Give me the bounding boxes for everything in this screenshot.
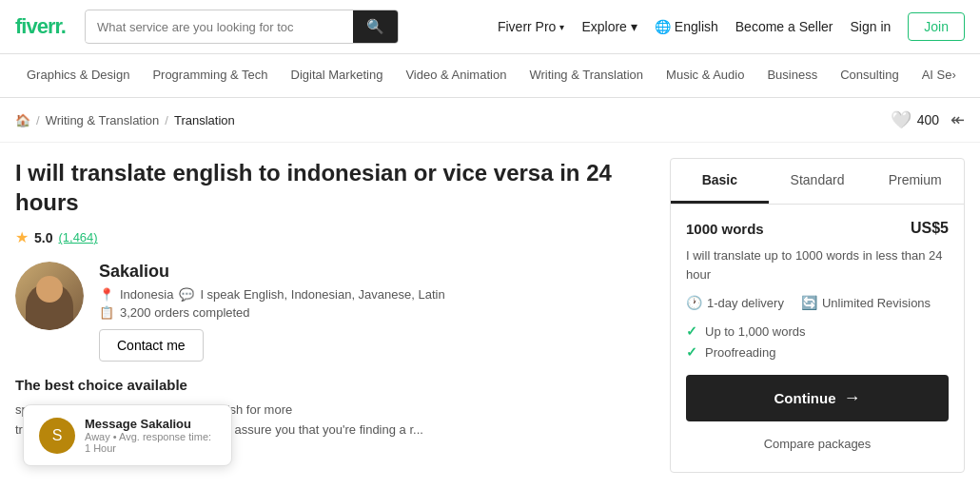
revisions-label: Unlimited Revisions [822, 296, 931, 310]
words-label: 1000 words [686, 221, 764, 237]
category-music-audio[interactable]: Music & Audio [655, 54, 755, 97]
breadcrumb-separator-2: / [165, 113, 168, 127]
best-choice-label: The best choice available [15, 377, 647, 393]
features-list: ✓ Up to 1,000 words ✓ Proofreading [686, 323, 949, 360]
revisions-item: 🔄 Unlimited Revisions [801, 295, 931, 310]
location-icon: 📍 [99, 287, 114, 302]
header: fiverr. 🔍 Fiverr Pro ▾ Explore ▾ 🌐 Engli… [0, 0, 980, 54]
chevron-down-icon: ▾ [559, 22, 564, 32]
price-description: I will translate up to 1000 words in les… [686, 246, 949, 284]
check-icon: ✓ [686, 323, 697, 339]
breadcrumb-actions: 🤍 400 ↞ [891, 109, 965, 130]
language-selector[interactable]: 🌐 English [655, 19, 718, 34]
breadcrumb: 🏠 / Writing & Translation / Translation … [0, 98, 980, 143]
search-input[interactable] [86, 12, 353, 42]
refresh-icon: 🔄 [801, 295, 817, 310]
home-icon: 🏠 [15, 113, 30, 127]
popup-name[interactable]: Message Sakaliou [85, 417, 216, 431]
tab-basic[interactable]: Basic [671, 159, 769, 204]
search-icon: 🔍 [366, 18, 384, 34]
gig-title: I will translate english to indonesian o… [15, 158, 647, 217]
share-icon: ↞ [951, 110, 965, 129]
tab-premium[interactable]: Premium [866, 159, 964, 204]
category-ai[interactable]: AI Se› [911, 54, 968, 97]
clock-icon: 🕐 [686, 295, 702, 310]
chevron-down-icon: ▾ [631, 19, 637, 34]
seller-languages: I speak English, Indonesian, Javanese, L… [200, 287, 444, 302]
continue-label: Continue [774, 390, 836, 406]
share-button[interactable]: ↞ [951, 109, 965, 130]
category-nav: Graphics & Design Programming & Tech Dig… [0, 54, 980, 98]
rating-count[interactable]: (1,464) [58, 230, 97, 244]
price-row: 1000 words US$5 [686, 220, 949, 237]
tab-standard[interactable]: Standard [769, 159, 867, 204]
fiverr-logo: fiverr. [15, 14, 66, 39]
sign-in-link[interactable]: Sign in [851, 19, 892, 34]
explore-button[interactable]: Explore ▾ [581, 19, 637, 34]
check-icon-2: ✓ [686, 344, 697, 360]
breadcrumb-current: Translation [174, 113, 235, 127]
breadcrumb-home[interactable]: 🏠 [15, 113, 30, 127]
category-digital-marketing[interactable]: Digital Marketing [280, 54, 395, 97]
seller-location-row: 📍 Indonesia 💬 I speak English, Indonesia… [99, 287, 647, 302]
rating-score: 5.0 [34, 230, 52, 245]
message-popup: S Message Sakaliou Away • Avg. response … [23, 404, 232, 466]
breadcrumb-separator: / [36, 113, 40, 127]
pricing-tabs: Basic Standard Premium [671, 159, 964, 205]
popup-status: Away • Avg. response time: 1 Hour [85, 431, 216, 454]
heart-icon: 🤍 [891, 109, 911, 130]
feature-proofreading: ✓ Proofreading [686, 344, 949, 360]
feature-words-label: Up to 1,000 words [705, 324, 806, 339]
contact-button[interactable]: Contact me [99, 329, 204, 362]
category-writing-translation[interactable]: Writing & Translation [518, 54, 655, 97]
like-count: 400 [917, 112, 939, 127]
category-video-animation[interactable]: Video & Animation [394, 54, 518, 97]
star-icon: ★ [15, 228, 29, 246]
avatar-visual [15, 262, 84, 330]
arrow-right-icon: → [844, 388, 861, 408]
compare-packages-link[interactable]: Compare packages [686, 431, 949, 457]
seller-orders-row: 📋 3,200 orders completed [99, 305, 647, 320]
price-label: US$5 [911, 220, 949, 237]
search-bar: 🔍 [85, 10, 399, 44]
popup-content: Message Sakaliou Away • Avg. response ti… [85, 417, 216, 454]
right-column: Basic Standard Premium 1000 words US$5 I… [670, 158, 965, 473]
seller-card: Sakaliou 📍 Indonesia 💬 I speak English, … [15, 262, 647, 362]
feature-proofreading-label: Proofreading [705, 345, 775, 360]
pricing-body: 1000 words US$5 I will translate up to 1… [671, 205, 964, 472]
search-button[interactable]: 🔍 [353, 10, 398, 43]
category-graphics-design[interactable]: Graphics & Design [15, 54, 141, 97]
seller-meta: 📍 Indonesia 💬 I speak English, Indonesia… [99, 287, 647, 320]
rating-row: ★ 5.0 (1,464) [15, 228, 647, 246]
chat-icon: 💬 [179, 287, 194, 302]
seller-location: Indonesia [120, 287, 173, 302]
category-programming-tech[interactable]: Programming & Tech [141, 54, 279, 97]
feature-words: ✓ Up to 1,000 words [686, 323, 949, 339]
fiverr-pro-button[interactable]: Fiverr Pro ▾ [498, 19, 564, 34]
category-business[interactable]: Business [755, 54, 829, 97]
seller-avatar [15, 262, 84, 330]
orders-icon: 📋 [99, 305, 114, 320]
header-nav: Fiverr Pro ▾ Explore ▾ 🌐 English Become … [498, 12, 965, 41]
pricing-card: Basic Standard Premium 1000 words US$5 I… [670, 158, 965, 473]
popup-avatar-initial: S [52, 427, 63, 444]
delivery-row: 🕐 1-day delivery 🔄 Unlimited Revisions [686, 295, 949, 310]
delivery-label: 1-day delivery [707, 296, 784, 310]
seller-orders: 3,200 orders completed [120, 305, 250, 320]
category-consulting[interactable]: Consulting [829, 54, 910, 97]
like-button[interactable]: 🤍 400 [891, 109, 939, 130]
seller-name: Sakaliou [99, 262, 647, 282]
globe-icon: 🌐 [655, 19, 671, 34]
become-seller-link[interactable]: Become a Seller [735, 19, 833, 34]
seller-details: Sakaliou 📍 Indonesia 💬 I speak English, … [99, 262, 647, 362]
delivery-time: 🕐 1-day delivery [686, 295, 784, 310]
popup-avatar: S [39, 418, 75, 454]
breadcrumb-section[interactable]: Writing & Translation [46, 113, 160, 127]
continue-button[interactable]: Continue → [686, 375, 949, 421]
join-button[interactable]: Join [908, 12, 965, 41]
